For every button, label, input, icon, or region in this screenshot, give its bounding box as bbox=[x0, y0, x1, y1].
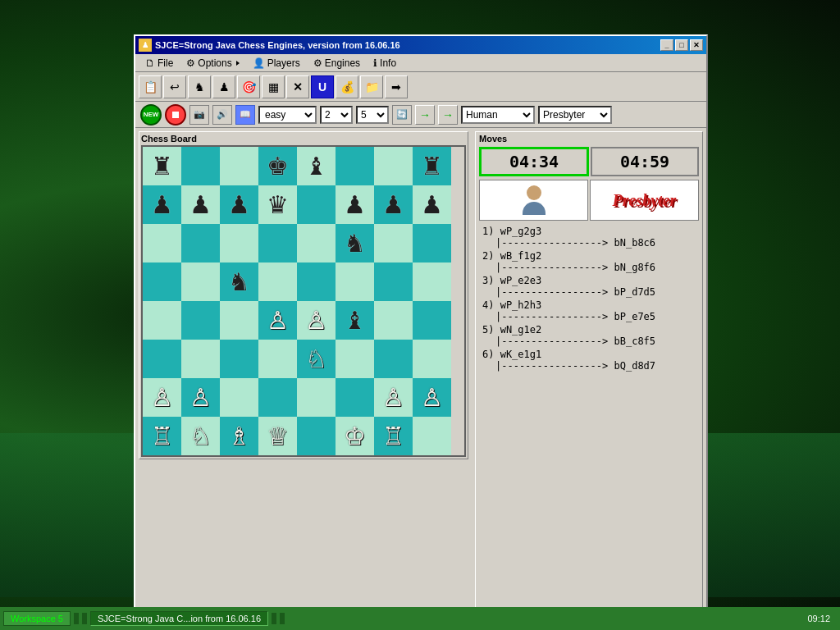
cell-1-2[interactable]: ♟ bbox=[220, 185, 258, 224]
cell-3-0[interactable] bbox=[143, 262, 181, 301]
book-button[interactable]: 📖 bbox=[235, 105, 255, 125]
cell-4-5[interactable]: ♝ bbox=[336, 301, 374, 340]
cell-5-3[interactable] bbox=[258, 340, 297, 378]
difficulty-select[interactable]: easymediumhard bbox=[258, 106, 317, 124]
cell-4-0[interactable] bbox=[143, 301, 181, 340]
workspace-label[interactable]: Workspace 5 bbox=[3, 611, 71, 626]
cell-3-4[interactable] bbox=[297, 262, 336, 301]
cell-0-1[interactable] bbox=[181, 147, 220, 185]
minimize-button[interactable]: _ bbox=[660, 39, 673, 51]
cell-6-4[interactable] bbox=[297, 378, 336, 417]
cell-0-4[interactable]: ♝ bbox=[297, 147, 336, 185]
cell-1-5[interactable]: ♟ bbox=[336, 185, 374, 224]
menu-file[interactable]: 🗋 File bbox=[139, 56, 180, 71]
cell-0-2[interactable] bbox=[220, 147, 258, 185]
export-button[interactable]: ➡ bbox=[385, 75, 408, 98]
x-button[interactable]: ✕ bbox=[286, 75, 309, 98]
move-entry: 5) wN_g1e2|-----------------> bB_c8f5 bbox=[482, 324, 696, 347]
cell-3-6[interactable] bbox=[374, 262, 413, 301]
menu-engines[interactable]: ⚙ Engines bbox=[307, 56, 367, 71]
cell-7-5[interactable]: ♔ bbox=[336, 417, 374, 455]
cell-5-6[interactable] bbox=[374, 340, 413, 378]
fast-go-button[interactable]: → bbox=[438, 105, 458, 125]
cell-6-1[interactable]: ♙ bbox=[181, 378, 220, 417]
coins-button[interactable]: 💰 bbox=[336, 75, 358, 98]
knight-button[interactable]: ♞ bbox=[188, 75, 211, 98]
cell-5-1[interactable] bbox=[181, 340, 220, 378]
cell-5-5[interactable] bbox=[336, 340, 374, 378]
cell-7-0[interactable]: ♖ bbox=[143, 417, 181, 455]
cell-1-6[interactable]: ♟ bbox=[374, 185, 413, 224]
cell-2-5[interactable]: ♞ bbox=[336, 224, 374, 262]
cell-3-3[interactable] bbox=[258, 262, 297, 301]
cell-3-2[interactable]: ♞ bbox=[220, 262, 258, 301]
cell-0-3[interactable]: ♚ bbox=[258, 147, 297, 185]
cell-6-5[interactable] bbox=[336, 378, 374, 417]
cell-7-1[interactable]: ♘ bbox=[181, 417, 220, 455]
cell-2-3[interactable] bbox=[258, 224, 297, 262]
cell-3-7[interactable] bbox=[413, 262, 451, 301]
cell-0-0[interactable]: ♜ bbox=[143, 147, 181, 185]
cell-3-5[interactable] bbox=[336, 262, 374, 301]
close-button[interactable]: ✕ bbox=[690, 39, 703, 51]
cell-5-0[interactable] bbox=[143, 340, 181, 378]
cell-4-2[interactable] bbox=[220, 301, 258, 340]
target-button[interactable]: 🎯 bbox=[237, 75, 260, 98]
menu-info[interactable]: ℹ Info bbox=[367, 56, 403, 71]
grid-button[interactable]: ▦ bbox=[262, 75, 285, 98]
cell-2-1[interactable] bbox=[181, 224, 220, 262]
stop-button[interactable]: ⏹ bbox=[165, 104, 186, 126]
taskbar-app-item[interactable]: SJCE=Strong Java C...ion from 16.06.16 bbox=[90, 611, 268, 626]
cell-2-0[interactable] bbox=[143, 224, 181, 262]
cell-2-7[interactable] bbox=[413, 224, 451, 262]
rotate-button[interactable]: 🔄 bbox=[392, 105, 412, 125]
cell-2-4[interactable] bbox=[297, 224, 336, 262]
cell-7-4[interactable] bbox=[297, 417, 336, 455]
pawn-button[interactable]: ♟ bbox=[212, 75, 235, 98]
cell-1-4[interactable] bbox=[297, 185, 336, 224]
cell-7-6[interactable]: ♖ bbox=[374, 417, 413, 455]
new-game-button[interactable]: NEW bbox=[140, 104, 162, 126]
cell-7-2[interactable]: ♗ bbox=[220, 417, 258, 455]
cell-6-6[interactable]: ♙ bbox=[374, 378, 413, 417]
cell-5-2[interactable] bbox=[220, 340, 258, 378]
num2-select[interactable]: 5 1 2 3 4 bbox=[356, 106, 389, 124]
cell-4-3[interactable]: ♙ bbox=[258, 301, 297, 340]
player1-select[interactable]: Human Engine bbox=[461, 106, 535, 124]
cell-7-7[interactable] bbox=[413, 417, 451, 455]
player2-select[interactable]: Presbyter Human Engine bbox=[538, 106, 612, 124]
cell-6-3[interactable] bbox=[258, 378, 297, 417]
u-button[interactable]: U bbox=[311, 75, 334, 98]
cell-1-3[interactable]: ♛ bbox=[258, 185, 297, 224]
cell-4-6[interactable] bbox=[374, 301, 413, 340]
menu-options[interactable]: ⚙ Options bbox=[180, 56, 245, 71]
cell-5-4[interactable]: ♘ bbox=[297, 340, 336, 378]
cell-4-7[interactable] bbox=[413, 301, 451, 340]
go-button[interactable]: → bbox=[415, 105, 435, 125]
cell-7-3[interactable]: ♕ bbox=[258, 417, 297, 455]
cell-6-7[interactable]: ♙ bbox=[413, 378, 451, 417]
cell-2-2[interactable] bbox=[220, 224, 258, 262]
maximize-button[interactable]: □ bbox=[675, 39, 688, 51]
undo-button[interactable]: ↩ bbox=[163, 75, 186, 98]
cell-6-2[interactable] bbox=[220, 378, 258, 417]
cell-4-4[interactable]: ♙ bbox=[297, 301, 336, 340]
cell-5-7[interactable] bbox=[413, 340, 451, 378]
menu-players[interactable]: 👤 Players bbox=[246, 56, 307, 71]
cell-6-0[interactable]: ♙ bbox=[143, 378, 181, 417]
cell-1-7[interactable]: ♟ bbox=[413, 185, 451, 224]
cell-2-6[interactable] bbox=[374, 224, 413, 262]
log-button[interactable]: 📋 bbox=[139, 75, 162, 98]
cell-1-0[interactable]: ♟ bbox=[143, 185, 181, 224]
cell-4-1[interactable] bbox=[181, 301, 220, 340]
speaker-button[interactable]: 🔊 bbox=[212, 105, 232, 125]
save-button[interactable]: 📁 bbox=[360, 75, 383, 98]
cell-0-6[interactable] bbox=[374, 147, 413, 185]
cell-3-1[interactable] bbox=[181, 262, 220, 301]
cell-0-5[interactable] bbox=[336, 147, 374, 185]
cell-1-1[interactable]: ♟ bbox=[181, 185, 220, 224]
cell-0-7[interactable]: ♜ bbox=[413, 147, 451, 185]
num1-select[interactable]: 2 1 3 4 5 bbox=[320, 106, 353, 124]
chess-board[interactable]: ♜♚♝♜♟♟♟♛♟♟♟♞♞♙♙♝♘♙♙♙♙♖♘♗♕♔♖ bbox=[141, 145, 466, 457]
board-view-button[interactable]: 📷 bbox=[189, 105, 209, 125]
